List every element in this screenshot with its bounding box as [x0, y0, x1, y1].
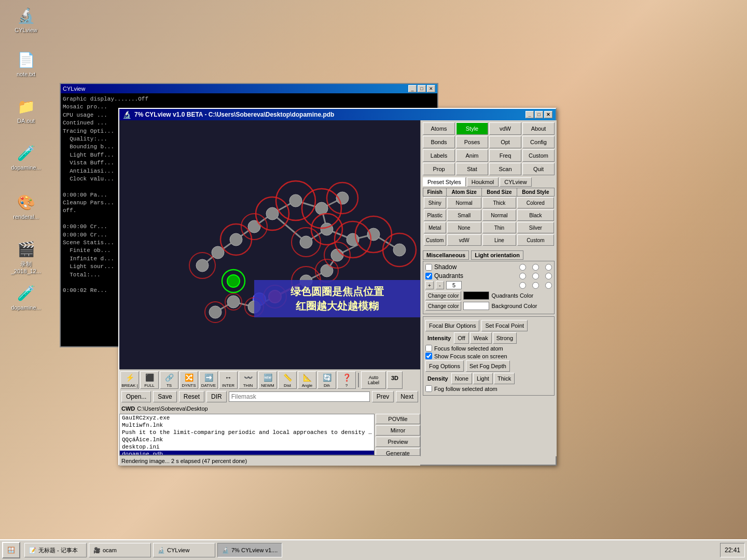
quad-radio-2[interactable]: [532, 273, 539, 279]
desktop-icon-dopamine1[interactable]: 🧪 dopamine...: [8, 143, 44, 171]
desktop-icon-renderal[interactable]: 🎨 renderal...: [8, 192, 44, 220]
file-list[interactable]: GauIRC2xyz.exe Multiwfn.lnk Push it to t…: [119, 414, 375, 455]
plus-btn[interactable]: +: [425, 281, 434, 289]
newm-btn[interactable]: 🆕 NEWM: [258, 371, 277, 389]
dist-btn[interactable]: 📏 Dist: [278, 371, 297, 389]
labels-btn[interactable]: Labels: [423, 149, 455, 162]
change-color-btn-2[interactable]: Change color: [425, 301, 461, 311]
minus-btn[interactable]: -: [436, 281, 444, 289]
start-button[interactable]: 🪟: [2, 542, 20, 558]
open-btn[interactable]: Open...: [121, 391, 151, 402]
reset-btn[interactable]: Reset: [179, 391, 204, 402]
set-fog-depth-btn[interactable]: Set Fog Depth: [466, 360, 510, 372]
style-btn[interactable]: Style: [456, 122, 488, 135]
density-thick-btn[interactable]: Thick: [494, 373, 515, 384]
intensity-off-btn[interactable]: Off: [454, 332, 468, 344]
custom-btn[interactable]: Custom: [522, 149, 555, 162]
atoms-btn[interactable]: Atoms: [423, 122, 455, 135]
custom-finish-btn[interactable]: Custom: [424, 234, 446, 246]
taskbar-cylview[interactable]: 🔬 CYLview: [153, 543, 215, 557]
desktop-icon-cylview[interactable]: 🔬 CYLview: [8, 5, 44, 33]
file-item[interactable]: desktop.ini: [120, 443, 374, 451]
density-light-btn[interactable]: Light: [473, 373, 493, 384]
opt-btn[interactable]: Opt: [489, 136, 521, 148]
fog-follow-checkbox[interactable]: [425, 385, 432, 392]
file-item[interactable]: Push it to the limit-comparing periodic …: [120, 429, 374, 436]
set-focal-point-btn[interactable]: Set Focal Point: [481, 320, 528, 331]
dir-btn[interactable]: DIR: [206, 391, 227, 402]
normal-bond-btn[interactable]: Normal: [482, 209, 517, 221]
next-btn[interactable]: Next: [396, 391, 418, 402]
angle-btn[interactable]: 📐 Angle: [298, 371, 316, 389]
scan-btn[interactable]: Scan: [489, 163, 521, 175]
density-none-btn[interactable]: None: [451, 373, 472, 384]
silver-btn[interactable]: Silver: [517, 222, 554, 233]
file-item-selected[interactable]: dopamine.pdb: [120, 451, 374, 455]
colored-btn[interactable]: Colored: [517, 197, 554, 208]
save-btn[interactable]: Save: [153, 391, 176, 402]
num-radio-3[interactable]: [545, 282, 552, 289]
custom-style-btn[interactable]: Custom: [517, 234, 554, 246]
mirror-btn[interactable]: Mirror: [376, 425, 420, 436]
preview-btn[interactable]: Preview: [376, 437, 420, 447]
anim-btn[interactable]: Anim: [456, 149, 488, 162]
quad-radio-3[interactable]: [545, 273, 552, 279]
normal-size-btn[interactable]: Normal: [447, 197, 481, 208]
change-color-btn-1[interactable]: Change color: [425, 291, 461, 300]
none-btn[interactable]: None: [447, 222, 481, 233]
bonds-btn[interactable]: Bonds: [423, 136, 455, 148]
cylview-close-btn[interactable]: ✕: [544, 111, 552, 118]
houkmol-tab[interactable]: Houkmol: [467, 177, 499, 187]
shadow-radio-1[interactable]: [519, 264, 526, 271]
dynts-btn[interactable]: 🔀 DYNTS: [179, 371, 198, 389]
poses-btn[interactable]: Poses: [456, 136, 488, 148]
desktop-icon-rec[interactable]: 🎬 录制 _2018_12...: [8, 239, 44, 274]
focal-blur-options-btn[interactable]: Focal Blur Options: [425, 320, 479, 331]
line-btn[interactable]: Line: [482, 234, 517, 246]
black-btn[interactable]: Black: [517, 209, 554, 221]
inter-btn[interactable]: ↔️ INTER: [219, 371, 238, 389]
terminal-minimize-btn[interactable]: _: [408, 85, 417, 92]
about-btn[interactable]: About: [522, 122, 555, 135]
quit-btn[interactable]: Quit: [522, 163, 555, 175]
num-radio-2[interactable]: [532, 282, 539, 289]
shiny-btn[interactable]: Shiny: [424, 197, 446, 208]
file-item[interactable]: Multiwfn.lnk: [120, 422, 374, 429]
num-radio-1[interactable]: [519, 282, 526, 289]
quad-radio-1[interactable]: [519, 273, 526, 279]
desktop-icon-dopamine2[interactable]: 🧪 dopamine...: [8, 283, 44, 311]
thick-bond-btn[interactable]: Thick: [482, 197, 517, 208]
focus-follow-checkbox[interactable]: [425, 345, 432, 352]
fog-options-btn[interactable]: Fog Options: [425, 360, 464, 372]
taskbar-cylview-v1[interactable]: 🔬 7% CYLview v1....: [217, 543, 282, 557]
help-btn[interactable]: ❓ ?: [337, 371, 356, 389]
metal-btn[interactable]: Metal: [424, 222, 446, 233]
three-d-btn[interactable]: 3D: [387, 371, 403, 389]
filemask-input[interactable]: [229, 391, 370, 402]
taskbar-ocam[interactable]: 🎥 ocam: [89, 543, 151, 557]
shadow-radio-3[interactable]: [545, 264, 552, 271]
small-btn[interactable]: Small: [447, 209, 481, 221]
desktop-icon-note[interactable]: 📄 note.txt: [8, 49, 44, 77]
shadow-checkbox[interactable]: [425, 264, 432, 271]
config-btn[interactable]: Config: [522, 136, 555, 148]
dative-btn[interactable]: ➡️ DATIVE: [199, 371, 218, 389]
preset-styles-tab[interactable]: Preset Styles: [423, 177, 466, 187]
show-focus-scale-checkbox[interactable]: [425, 353, 432, 359]
vdw-btn2[interactable]: vdW: [447, 234, 481, 246]
break-btn[interactable]: ⚡ BREAK |: [120, 371, 139, 389]
quadrants-value[interactable]: [446, 281, 462, 289]
plastic-btn[interactable]: Plastic: [424, 209, 446, 221]
vdw-btn[interactable]: vdW: [489, 122, 521, 135]
prev-btn[interactable]: Prev: [372, 391, 394, 402]
auto-label-btn[interactable]: Auto Label: [361, 371, 386, 389]
dih-btn[interactable]: 🔄 Dih: [317, 371, 336, 389]
povfile-btn[interactable]: POVfile: [376, 414, 420, 424]
terminal-maximize-btn[interactable]: □: [418, 85, 426, 92]
thin-btn[interactable]: 〰️ THIN: [239, 371, 257, 389]
file-item[interactable]: GauIRC2xyz.exe: [120, 414, 374, 422]
freq-btn[interactable]: Freq: [489, 149, 521, 162]
file-item[interactable]: QQçáÅice.lnk: [120, 436, 374, 443]
prop-btn[interactable]: Prop: [423, 163, 455, 175]
ts-btn[interactable]: 🔗 TS: [160, 371, 178, 389]
